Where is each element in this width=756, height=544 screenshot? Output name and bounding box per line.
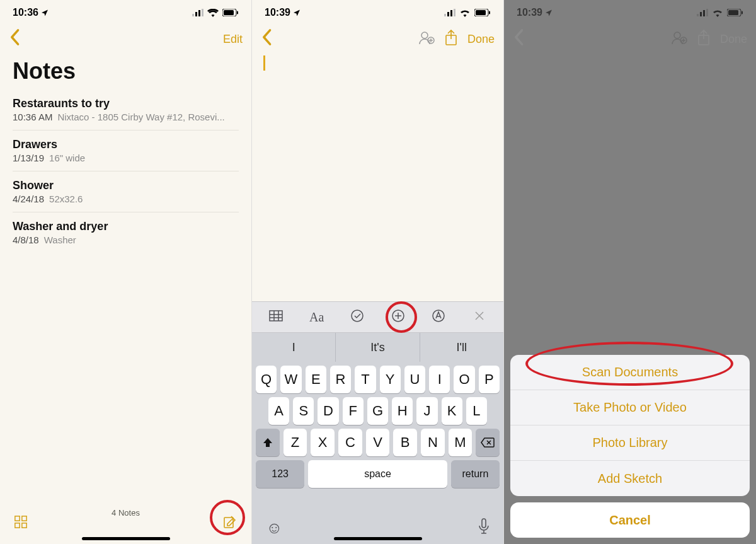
key-a[interactable]: A xyxy=(268,397,289,425)
note-preview: 16" wide xyxy=(49,153,85,163)
cellular-icon xyxy=(697,9,708,16)
svg-rect-40 xyxy=(697,14,699,16)
key-i[interactable]: I xyxy=(429,366,450,393)
dictation-icon[interactable] xyxy=(478,518,490,537)
key-h[interactable]: H xyxy=(392,397,413,425)
table-icon[interactable] xyxy=(263,310,289,325)
note-item[interactable]: Shower 4/24/1852x32.6 xyxy=(13,171,239,212)
close-toolbar-icon[interactable] xyxy=(467,310,492,325)
text-cursor[interactable] xyxy=(263,55,265,71)
wifi-icon xyxy=(459,9,471,17)
notes-count: 4 Notes xyxy=(112,508,140,518)
back-button xyxy=(513,28,524,50)
location-icon xyxy=(41,9,49,16)
back-button[interactable] xyxy=(9,28,20,50)
key-x[interactable]: X xyxy=(311,429,335,456)
cellular-icon xyxy=(444,9,455,16)
key-j[interactable]: J xyxy=(416,397,437,425)
svg-rect-45 xyxy=(728,10,738,15)
note-editor-screen: 10:39 Done Aa I xyxy=(252,0,504,544)
status-time: 10:39 xyxy=(517,7,542,18)
collaborate-icon xyxy=(671,30,687,48)
note-title: Shower xyxy=(13,179,239,192)
add-attachment-icon[interactable] xyxy=(386,309,411,326)
grid-view-icon[interactable] xyxy=(14,515,28,529)
key-r[interactable]: R xyxy=(330,366,351,393)
wifi-icon xyxy=(207,9,219,17)
done-button: Done xyxy=(720,33,747,46)
key-l[interactable]: L xyxy=(466,397,487,425)
return-key[interactable]: return xyxy=(451,460,500,488)
suggestion[interactable]: I xyxy=(252,333,336,362)
svg-rect-13 xyxy=(447,12,449,16)
svg-rect-9 xyxy=(15,523,20,528)
format-toolbar: Aa xyxy=(252,301,503,333)
key-w[interactable]: W xyxy=(280,366,301,393)
svg-rect-17 xyxy=(476,10,486,15)
key-u[interactable]: U xyxy=(404,366,425,393)
edit-button[interactable]: Edit xyxy=(223,33,243,46)
svg-rect-0 xyxy=(192,14,194,16)
suggestion[interactable]: I'll xyxy=(420,333,503,362)
notes-list: Restaraunts to try 10:36 AMNixtaco - 180… xyxy=(0,90,251,253)
checklist-icon[interactable] xyxy=(345,309,370,326)
share-icon[interactable] xyxy=(445,30,457,49)
key-d[interactable]: D xyxy=(318,397,338,425)
notes-list-screen: 10:36 Edit Notes Restaraunts to try 10:3… xyxy=(0,0,252,544)
cancel-button[interactable]: Cancel xyxy=(510,502,750,538)
note-item[interactable]: Restaraunts to try 10:36 AMNixtaco - 180… xyxy=(13,90,239,130)
svg-rect-15 xyxy=(454,9,455,16)
key-m[interactable]: M xyxy=(449,429,472,456)
svg-rect-5 xyxy=(224,10,234,15)
option-add-sketch[interactable]: Add Sketch xyxy=(510,461,750,496)
note-item[interactable]: Washer and dryer 4/8/18Washer xyxy=(13,212,239,253)
key-s[interactable]: S xyxy=(293,397,314,425)
suggestion-row: I It's I'll xyxy=(252,333,503,362)
key-p[interactable]: P xyxy=(479,366,500,393)
svg-point-47 xyxy=(674,32,680,38)
space-key[interactable]: space xyxy=(308,460,447,488)
home-indicator[interactable] xyxy=(334,537,422,540)
svg-point-30 xyxy=(352,310,363,321)
wifi-icon xyxy=(712,9,723,17)
svg-point-19 xyxy=(421,32,428,38)
key-q[interactable]: Q xyxy=(256,366,277,393)
key-n[interactable]: N xyxy=(421,429,445,456)
share-icon xyxy=(697,30,710,49)
text-format-button[interactable]: Aa xyxy=(304,310,329,325)
note-item[interactable]: Drawers 1/13/1916" wide xyxy=(13,130,239,171)
option-scan-documents[interactable]: Scan Documents xyxy=(510,355,750,390)
emoji-icon[interactable]: ☺ xyxy=(266,518,283,538)
suggestion[interactable]: It's xyxy=(336,333,420,362)
key-y[interactable]: Y xyxy=(380,366,401,393)
compose-icon[interactable] xyxy=(222,514,238,530)
option-photo-library[interactable]: Photo Library xyxy=(510,425,750,461)
home-indicator[interactable] xyxy=(82,537,170,540)
key-t[interactable]: T xyxy=(355,366,375,393)
key-b[interactable]: B xyxy=(393,429,417,456)
markup-icon[interactable] xyxy=(426,309,451,326)
key-k[interactable]: K xyxy=(442,397,462,425)
note-title: Restaraunts to try xyxy=(13,97,239,110)
key-c[interactable]: C xyxy=(338,429,362,456)
svg-rect-41 xyxy=(700,12,702,16)
keyboard: I It's I'll Q W E R T Y U I O P A S D F … xyxy=(252,333,503,544)
collaborate-icon[interactable] xyxy=(418,30,435,48)
svg-rect-39 xyxy=(482,519,486,528)
note-preview: Nixtaco - 1805 Cirby Way #12, Rosevi... xyxy=(57,112,224,122)
key-z[interactable]: Z xyxy=(284,429,307,456)
shift-key[interactable] xyxy=(256,429,280,456)
back-button[interactable] xyxy=(261,28,272,50)
status-time: 10:36 xyxy=(13,7,38,18)
key-f[interactable]: F xyxy=(343,397,364,425)
note-date: 10:36 AM xyxy=(13,112,52,122)
numbers-key[interactable]: 123 xyxy=(256,460,304,488)
cellular-icon xyxy=(192,9,203,16)
key-o[interactable]: O xyxy=(454,366,474,393)
key-v[interactable]: V xyxy=(366,429,390,456)
key-e[interactable]: E xyxy=(306,366,326,393)
done-button[interactable]: Done xyxy=(467,33,495,46)
key-g[interactable]: G xyxy=(367,397,388,425)
option-take-photo-or-video[interactable]: Take Photo or Video xyxy=(510,390,750,425)
backspace-key[interactable] xyxy=(476,429,500,456)
